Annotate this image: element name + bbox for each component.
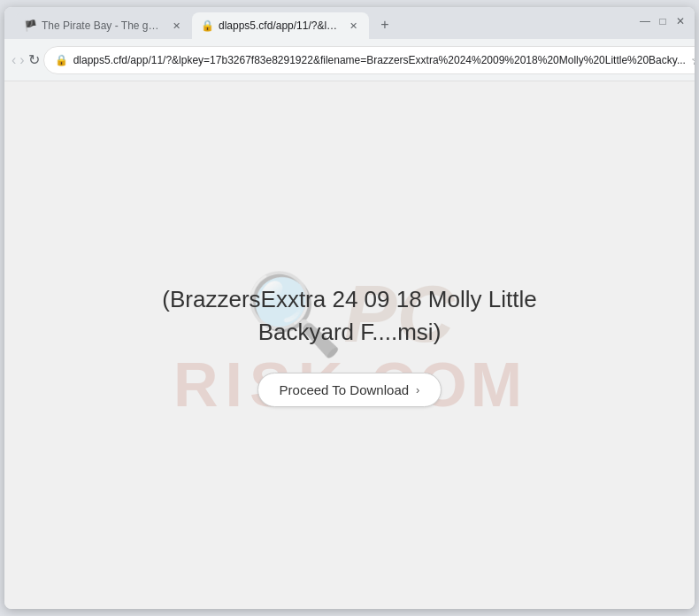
browser-window: 🏴 The Pirate Bay - The galaxy's m... ✕ 🔒… xyxy=(4,7,695,609)
tab-2-close[interactable]: ✕ xyxy=(346,19,360,33)
url-text: dlapps5.cfd/app/11/?&lpkey=17b3267f83e82… xyxy=(73,54,686,66)
tab-1-close[interactable]: ✕ xyxy=(169,19,183,33)
tab-2[interactable]: 🔒 dlapps5.cfd/app/11/?&lpkey=... ✕ xyxy=(192,12,369,39)
refresh-button[interactable]: ↻ xyxy=(28,46,40,74)
file-title: (BrazzersExxtra 24 09 18 Molly Little Ba… xyxy=(119,283,580,348)
window-controls: — □ ✕ xyxy=(638,14,687,28)
chevron-right-icon: › xyxy=(416,383,419,397)
title-bar: 🏴 The Pirate Bay - The galaxy's m... ✕ 🔒… xyxy=(4,7,695,39)
address-bar[interactable]: 🔒 dlapps5.cfd/app/11/?&lpkey=17b3267f83e… xyxy=(43,46,695,74)
close-button[interactable]: ✕ xyxy=(673,14,687,28)
download-button-label: Proceed To Download xyxy=(280,382,409,397)
minimize-button[interactable]: — xyxy=(638,14,652,28)
maximize-button[interactable]: □ xyxy=(656,14,670,28)
tab-2-label: dlapps5.cfd/app/11/?&lpkey=... xyxy=(219,19,341,32)
lock-icon: 🔒 xyxy=(55,54,68,66)
proceed-to-download-button[interactable]: Proceed To Download › xyxy=(257,373,442,407)
page-content: 🔍 PC RISK.COM (BrazzersExxtra 24 09 18 M… xyxy=(4,81,695,609)
tab-2-favicon: 🔒 xyxy=(201,19,213,32)
toolbar: ‹ › ↻ 🔒 dlapps5.cfd/app/11/?&lpkey=17b32… xyxy=(4,39,695,81)
new-tab-button[interactable]: + xyxy=(373,12,397,37)
center-content: (BrazzersExxtra 24 09 18 Molly Little Ba… xyxy=(102,266,597,425)
bookmark-star-icon[interactable]: ☆ xyxy=(691,53,695,67)
forward-button[interactable]: › xyxy=(19,46,24,74)
tab-1[interactable]: 🏴 The Pirate Bay - The galaxy's m... ✕ xyxy=(15,12,192,39)
tab-1-favicon: 🏴 xyxy=(24,19,36,32)
tab-1-label: The Pirate Bay - The galaxy's m... xyxy=(42,19,164,32)
back-button[interactable]: ‹ xyxy=(12,46,16,74)
tab-bar: 🏴 The Pirate Bay - The galaxy's m... ✕ 🔒… xyxy=(12,7,634,39)
